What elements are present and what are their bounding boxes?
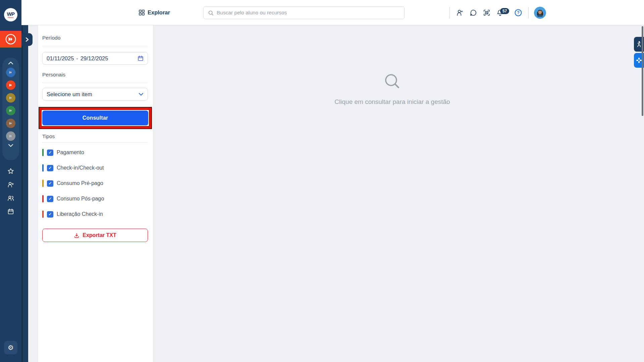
checkbox-checked[interactable]: ✓ <box>47 196 53 202</box>
types-label: Tipos <box>42 133 55 139</box>
empty-state-message: Clique em consultar para iniciar a gestã… <box>334 98 450 106</box>
sidebar-unit-gray-icon[interactable] <box>6 131 15 141</box>
sidebar-unit-gold-icon[interactable] <box>6 93 15 103</box>
wings-icon <box>7 120 14 127</box>
sidebar-item-active-module[interactable] <box>0 31 21 48</box>
chevron-right-icon <box>25 37 29 42</box>
search-icon <box>208 10 214 16</box>
period-start-value: 01/11/2025 <box>47 55 74 62</box>
global-search-input[interactable] <box>217 10 404 16</box>
primary-sidebar: WP Fitness <box>0 0 21 362</box>
sidebar-unit-brown-icon[interactable] <box>6 119 15 128</box>
wings-icon <box>7 133 14 139</box>
gear-icon: ⚙ <box>8 344 14 352</box>
sidebar-unit-red-icon[interactable] <box>6 80 15 90</box>
empty-state: Clique em consultar para iniciar a gestã… <box>154 25 631 362</box>
checkbox-checked[interactable]: ✓ <box>47 211 53 218</box>
notifications-button[interactable]: 57 <box>493 6 507 19</box>
header-divider <box>528 7 529 18</box>
messages-button[interactable] <box>467 6 480 19</box>
accessibility-person-icon <box>636 41 642 48</box>
period-label: Período <box>42 35 60 41</box>
type-color-bar <box>42 210 44 218</box>
explore-label: Explorar <box>148 9 170 16</box>
personals-select[interactable]: Selecione um item <box>42 88 148 101</box>
type-label: Consumo Pós-pago <box>57 196 104 202</box>
type-color-bar <box>42 195 44 202</box>
type-color-bar <box>42 180 44 187</box>
type-label: Pagamento <box>57 149 84 156</box>
chevron-down-icon <box>139 93 144 96</box>
type-label: Liberação Check-in <box>57 211 103 217</box>
help-button[interactable]: ? <box>512 6 525 19</box>
person-star-icon <box>456 9 464 17</box>
checkbox-checked[interactable]: ✓ <box>47 180 53 187</box>
global-search <box>203 6 405 19</box>
big-search-icon <box>383 72 402 91</box>
explore-menu-button[interactable]: Explorar <box>139 0 170 25</box>
wings-ring-icon <box>5 34 16 45</box>
expand-subnav-button[interactable] <box>21 33 33 46</box>
personals-select-placeholder: Selecione um item <box>47 91 92 98</box>
svg-text:?: ? <box>517 10 520 15</box>
type-filter-checkin-checkout[interactable]: ✓ Check-in/Check-out <box>42 164 104 172</box>
sidebar-unit-blue-icon[interactable] <box>6 68 15 77</box>
brand-logo-text: WP <box>7 11 14 16</box>
type-color-bar <box>42 164 44 172</box>
chat-bubble-icon <box>469 9 477 17</box>
wings-icon <box>7 95 14 101</box>
user-avatar[interactable] <box>534 7 546 19</box>
brand-logo-subtext: Fitness <box>8 17 14 18</box>
wings-icon <box>7 107 14 114</box>
checkbox-checked[interactable]: ✓ <box>47 165 53 171</box>
date-range-field[interactable]: 01/11/2025 - 29/12/2025 <box>42 52 148 65</box>
main-content: Período 01/11/2025 - 29/12/2025 Personai… <box>28 25 644 362</box>
wings-icon <box>7 69 14 76</box>
filter-panel: Período 01/11/2025 - 29/12/2025 Personai… <box>38 25 153 362</box>
person-add-icon[interactable] <box>7 181 14 188</box>
export-txt-button[interactable]: Exportar TXT <box>42 229 148 242</box>
consult-button[interactable]: Consultar <box>42 111 148 125</box>
chevron-down-icon[interactable] <box>8 143 14 147</box>
calendar-icon <box>138 55 144 61</box>
brand-logo[interactable]: WP Fitness <box>4 8 17 21</box>
personals-label: Personais <box>42 72 65 78</box>
add-student-button[interactable] <box>453 6 467 19</box>
avatar-image <box>534 7 546 19</box>
divider <box>42 83 148 83</box>
divider <box>42 142 148 142</box>
divider <box>42 46 148 46</box>
type-filter-consumo-pos-pago[interactable]: ✓ Consumo Pós-pago <box>42 194 104 203</box>
type-label: Check-in/Check-out <box>57 165 104 171</box>
flower-spiral-icon <box>636 57 642 64</box>
type-filter-consumo-pre-pago[interactable]: ✓ Consumo Pré-pago <box>42 179 103 188</box>
header-divider <box>449 7 450 18</box>
notification-count-badge: 57 <box>500 8 509 14</box>
qr-code-icon <box>483 9 491 17</box>
export-txt-label: Exportar TXT <box>83 232 116 238</box>
type-filter-pagamento[interactable]: ✓ Pagamento <box>42 148 84 157</box>
consult-highlight-annotation: Consultar <box>39 108 151 128</box>
page-scrollbar-thumb[interactable] <box>642 26 643 116</box>
checkbox-checked[interactable]: ✓ <box>47 149 53 156</box>
period-separator: - <box>76 55 78 62</box>
type-color-bar <box>42 149 44 156</box>
calendar-icon[interactable] <box>7 208 14 215</box>
star-icon[interactable] <box>7 168 14 175</box>
help-circle-icon: ? <box>514 9 522 17</box>
settings-button[interactable]: ⚙ <box>4 341 17 354</box>
qr-scan-button[interactable] <box>480 6 493 19</box>
type-filter-liberacao-checkin[interactable]: ✓ Liberação Check-in <box>42 210 103 219</box>
chevron-up-icon[interactable] <box>8 61 14 65</box>
people-icon[interactable] <box>7 194 14 202</box>
collapsed-subnav-strip <box>21 25 28 362</box>
sidebar-unit-green-icon[interactable] <box>6 106 15 115</box>
download-icon <box>74 233 79 238</box>
grid-icon <box>139 9 145 16</box>
type-label: Consumo Pré-pago <box>57 180 103 186</box>
wings-icon <box>7 82 14 88</box>
period-end-value: 29/12/2025 <box>80 55 108 62</box>
top-header: Explorar <box>21 0 644 25</box>
sidebar-module-rail <box>2 58 19 160</box>
